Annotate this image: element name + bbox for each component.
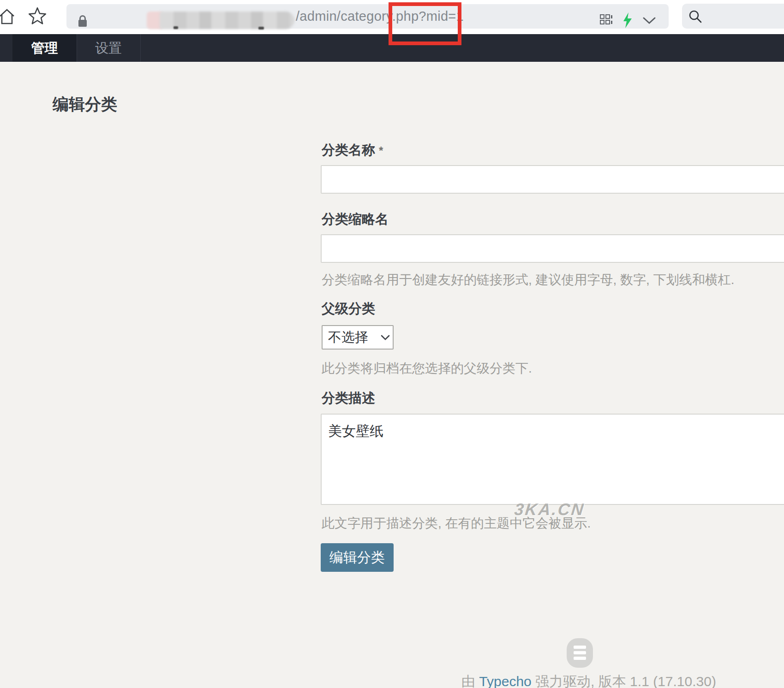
category-slug-input[interactable] (321, 234, 784, 263)
category-desc-label: 分类描述 (322, 389, 375, 408)
required-mark: * (379, 144, 383, 157)
parent-category-label: 父级分类 (322, 300, 375, 318)
parent-category-select[interactable]: 不选择 (322, 325, 394, 350)
selected-option-text: 不选择 (328, 326, 368, 349)
chevron-down-icon[interactable] (642, 17, 656, 25)
redacted-descender-mark (174, 26, 178, 29)
browser-window: /admin/category.php?mid=1 巨贪涉案30亿 (0, 0, 784, 688)
footer-suffix: 强力驱动, 版本 1.1 (17.10.30) (532, 674, 716, 688)
browser-toolbar: /admin/category.php?mid=1 巨贪涉案30亿 (0, 0, 784, 34)
category-slug-label: 分类缩略名 (322, 210, 389, 229)
lightning-icon[interactable] (622, 12, 633, 28)
typecho-logo-icon (567, 638, 593, 668)
category-desc-textarea[interactable]: 美女壁纸 (321, 414, 784, 505)
footer-prefix: 由 (461, 674, 479, 688)
star-bookmark-icon[interactable] (28, 6, 47, 26)
slug-help-text: 分类缩略名用于创建友好的链接形式, 建议使用字母, 数字, 下划线和横杠. (322, 271, 734, 289)
page-title: 编辑分类 (53, 94, 117, 115)
tab-manage[interactable]: 管理 (12, 34, 77, 62)
annotation-red-box (389, 2, 461, 45)
select-chevron-icon (381, 335, 390, 341)
typecho-link[interactable]: Typecho (479, 674, 531, 688)
search-icon (688, 10, 702, 24)
category-name-input[interactable] (321, 165, 784, 194)
redacted-descender-mark (258, 27, 264, 30)
tab-settings[interactable]: 设置 (77, 34, 140, 62)
redacted-url-blur (160, 12, 294, 29)
watermark-text: 3KA.CN (514, 500, 586, 519)
edit-category-submit-button[interactable]: 编辑分类 (321, 543, 394, 572)
footer-powered-by: 由 Typecho 强力驱动, 版本 1.1 (17.10.30) (461, 672, 716, 688)
address-bar[interactable]: /admin/category.php?mid=1 (66, 4, 669, 29)
search-box[interactable]: 巨贪涉案30亿 (682, 4, 784, 29)
lock-icon (77, 14, 89, 28)
home-icon[interactable] (0, 7, 17, 26)
parent-help-text: 此分类将归档在您选择的父级分类下. (322, 360, 532, 377)
qr-code-icon[interactable] (600, 14, 613, 27)
category-name-label: 分类名称 * (322, 141, 383, 160)
